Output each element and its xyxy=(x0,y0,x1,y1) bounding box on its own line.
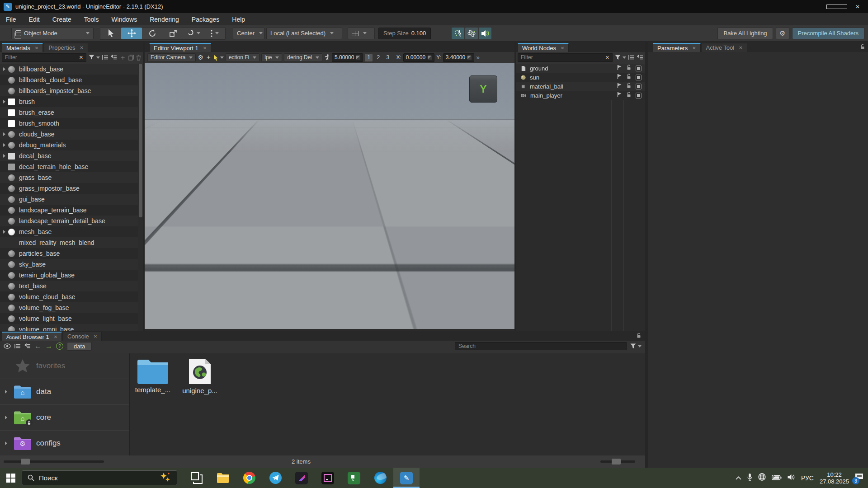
axis-gizmo-cube[interactable]: Y xyxy=(469,75,497,103)
node-item-main_player[interactable]: main_player xyxy=(516,91,645,100)
bake-all-lighting-button[interactable]: Bake All Lighting xyxy=(717,28,773,39)
more-tools-button[interactable] xyxy=(204,28,225,39)
material-item[interactable]: mesh_base xyxy=(0,226,138,237)
enabled-checkbox[interactable] xyxy=(636,93,642,99)
close-icon[interactable]: ✕ xyxy=(80,45,83,50)
tab-world-nodes[interactable]: World Nodes ✕ xyxy=(518,43,569,52)
collapse-all-button[interactable] xyxy=(14,343,21,349)
material-item[interactable]: volume_cloud_base xyxy=(0,291,138,302)
flag-icon[interactable] xyxy=(617,65,622,72)
menu-windows[interactable]: Windows xyxy=(111,16,137,23)
drag-handle-icon[interactable] xyxy=(428,56,432,60)
material-item[interactable]: mixed_reality_mesh_blend xyxy=(0,237,138,248)
asset-grid[interactable]: template_...unigine_p... xyxy=(130,353,645,455)
helpers-dropdown[interactable]: lpe xyxy=(261,53,282,62)
unlock-icon[interactable] xyxy=(626,92,632,99)
flag-icon[interactable] xyxy=(617,74,622,81)
sidebar-item-favorites[interactable]: favorites xyxy=(0,353,129,379)
microphone-tray-icon[interactable] xyxy=(747,474,752,483)
expand-arrow-icon[interactable] xyxy=(0,230,8,234)
close-icon[interactable]: ✕ xyxy=(561,46,564,51)
forward-button[interactable]: → xyxy=(45,342,52,350)
taskbar-app-unigine-editor[interactable]: ✎ xyxy=(393,468,420,488)
material-item[interactable]: brush_erase xyxy=(0,107,138,118)
material-item[interactable]: text_base xyxy=(0,281,138,291)
material-item[interactable]: volume_light_base xyxy=(0,313,138,324)
bake-settings-button[interactable]: ⚙ xyxy=(776,28,789,39)
duplicate-material-button[interactable] xyxy=(128,55,134,61)
menu-rendering[interactable]: Rendering xyxy=(150,16,179,23)
toolbar-overflow-button[interactable]: » xyxy=(476,54,480,61)
add-camera-button[interactable]: ＋ xyxy=(205,53,212,61)
filter-funnel-button[interactable] xyxy=(89,55,100,60)
snap-grid-button[interactable] xyxy=(348,28,375,39)
material-item[interactable]: decal_terrain_hole_base xyxy=(0,161,138,172)
filter-funnel-button[interactable] xyxy=(615,55,626,60)
taskbar-app-chrome[interactable] xyxy=(236,468,262,488)
coordinate-space-dropdown[interactable]: Local (Last Selected) xyxy=(266,28,342,39)
speed-preset-3-button[interactable]: 3 xyxy=(384,54,392,61)
taskbar-app-telegram[interactable] xyxy=(262,468,288,488)
breadcrumb[interactable]: data xyxy=(67,342,92,351)
tab-properties[interactable]: Properties ✕ xyxy=(44,43,88,52)
physics-toggle-button[interactable] xyxy=(465,28,478,39)
expand-arrow-icon[interactable] xyxy=(0,143,8,147)
volume-tray-icon[interactable] xyxy=(788,474,795,482)
menu-tools[interactable]: Tools xyxy=(84,16,99,23)
sidebar-item-configs[interactable]: ⚙configs xyxy=(0,431,129,456)
camera-settings-button[interactable]: ⚙ xyxy=(198,54,203,61)
x-coordinate-field[interactable]: 0.00000 xyxy=(403,53,434,62)
flag-icon[interactable] xyxy=(617,83,622,90)
particles-toggle-button[interactable] xyxy=(452,28,464,39)
enabled-checkbox[interactable] xyxy=(636,84,642,89)
taskbar-app-file-explorer[interactable] xyxy=(210,468,236,488)
material-item[interactable]: billboards_impostor_base xyxy=(0,85,138,96)
expand-arrow-icon[interactable] xyxy=(3,390,9,394)
sound-toggle-button[interactable] xyxy=(479,28,491,39)
tab-editor-viewport[interactable]: Editor Viewport 1 ✕ xyxy=(149,43,211,52)
language-indicator[interactable]: РУС xyxy=(801,474,814,482)
material-item[interactable]: grass_impostor_base xyxy=(0,183,138,194)
horizontal-scrollbar[interactable] xyxy=(600,460,635,463)
tray-overflow-button[interactable] xyxy=(736,474,741,481)
thumbnail-size-slider[interactable] xyxy=(4,460,104,463)
material-item[interactable]: billboards_cloud_base xyxy=(0,75,138,85)
panel-lock-button[interactable] xyxy=(636,333,642,340)
tab-parameters[interactable]: Parameters ✕ xyxy=(653,43,701,52)
slider-knob[interactable] xyxy=(21,459,30,465)
asset-item[interactable]: unigine_p... xyxy=(180,358,219,455)
expand-arrow-icon[interactable] xyxy=(0,154,8,158)
material-item[interactable]: particles_base xyxy=(0,248,138,259)
delete-material-button[interactable] xyxy=(136,55,141,61)
taskbar-clock[interactable]: 10:22 27.08.2025 xyxy=(820,471,849,485)
material-item[interactable]: grass_base xyxy=(0,172,138,183)
close-icon[interactable]: ✕ xyxy=(739,45,742,50)
enabled-checkbox[interactable] xyxy=(636,75,642,80)
taskbar-app-task-view[interactable] xyxy=(184,468,210,488)
expand-all-button[interactable] xyxy=(111,55,117,60)
menu-create[interactable]: Create xyxy=(52,16,71,23)
asset-item[interactable]: template_... xyxy=(133,358,172,455)
select-mode-button[interactable] xyxy=(213,55,224,61)
expand-arrow-icon[interactable] xyxy=(0,67,8,71)
material-ball-object[interactable] xyxy=(298,162,359,223)
sidebar-item-core[interactable]: ⌂core xyxy=(0,405,129,431)
expand-arrow-icon[interactable] xyxy=(0,132,8,136)
rendering-debug-dropdown[interactable]: dering Del xyxy=(284,53,322,62)
enabled-checkbox[interactable] xyxy=(636,66,642,71)
sidebar-item-data[interactable]: ⌂data xyxy=(0,379,129,405)
rotate-tool-button[interactable] xyxy=(142,28,163,39)
close-icon[interactable]: ✕ xyxy=(203,46,207,51)
expand-arrow-icon[interactable] xyxy=(3,416,9,419)
material-item[interactable]: debug_materials xyxy=(0,140,138,150)
material-item[interactable]: gui_base xyxy=(0,194,138,205)
search-filter-button[interactable] xyxy=(630,343,642,349)
unlock-icon[interactable] xyxy=(626,74,632,81)
taskbar-app-edge[interactable] xyxy=(367,468,393,488)
close-icon[interactable]: ✕ xyxy=(94,334,97,339)
menu-edit[interactable]: Edit xyxy=(29,16,40,23)
visibility-filter-button[interactable] xyxy=(4,343,11,349)
node-item-sun[interactable]: sun xyxy=(516,73,645,82)
close-icon[interactable]: ✕ xyxy=(35,46,38,51)
scale-tool-button[interactable] xyxy=(163,28,184,39)
